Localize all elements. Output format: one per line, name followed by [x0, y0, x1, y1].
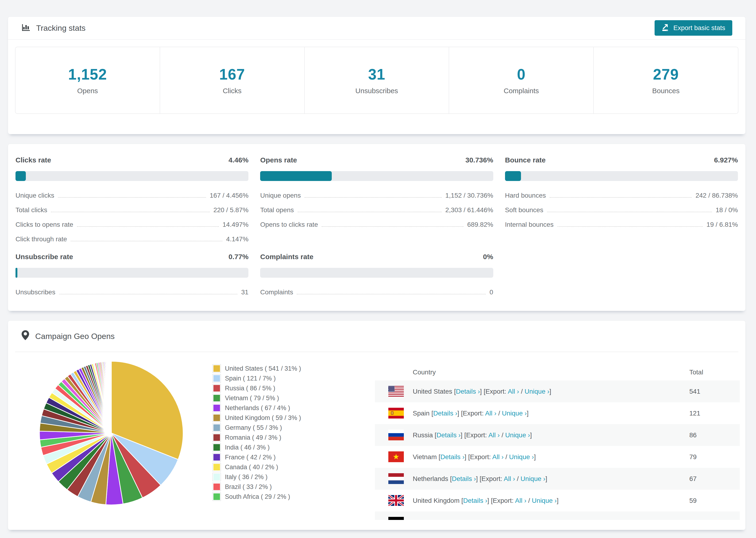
- export-link[interactable]: Details ›: [436, 431, 460, 439]
- progress-bar-fill: [16, 171, 26, 181]
- rate-row: Unique clicks167 / 4.456%: [16, 192, 248, 199]
- export-link[interactable]: All ›: [492, 453, 504, 460]
- rate-title: Bounce rate: [505, 156, 546, 164]
- export-link[interactable]: Unique ›: [520, 475, 545, 482]
- slash-text: /: [504, 453, 509, 460]
- country-name: Netherlands [: [413, 475, 452, 482]
- export-link[interactable]: Unique ›: [524, 388, 549, 395]
- legend-item-canada: Canada ( 40 / 2% ): [213, 462, 301, 472]
- rate-row-value: 2,303 / 61.446%: [445, 206, 493, 214]
- stat-value: 1,152: [68, 66, 107, 83]
- legend-label: Netherlands ( 67 / 4% ): [225, 404, 290, 412]
- stat-label: Bounces: [652, 87, 680, 95]
- rate-row-label: Total opens: [260, 206, 294, 214]
- rate-row: Unsubscribes31: [16, 289, 248, 296]
- bracket-text: ]: [545, 475, 547, 482]
- rate-head: Clicks rate4.46%: [16, 156, 248, 164]
- rate-rows: Complaints0: [260, 289, 493, 296]
- rate-row-label: Total clicks: [16, 206, 47, 214]
- country-name: United Kingdom [: [413, 497, 463, 504]
- tracking-stats-title: Tracking stats: [21, 22, 85, 33]
- export-link[interactable]: Details ›: [463, 497, 487, 504]
- rate-row: Total opens2,303 / 61.446%: [260, 206, 493, 214]
- rate-row: Soft bounces18 / 0%: [505, 206, 738, 214]
- legend-item-united-states: United States ( 541 / 31% ): [213, 364, 301, 373]
- rate-title: Clicks rate: [16, 156, 51, 164]
- rate-row-label: Clicks to opens rate: [16, 221, 73, 228]
- rate-row-value: 689.82%: [467, 221, 493, 228]
- export-link[interactable]: Details ›: [433, 409, 458, 417]
- table-row-ru: Russia [Details ›] [Export: All › / Uniq…: [375, 424, 740, 446]
- export-link[interactable]: Details ›: [456, 388, 480, 395]
- country-name: Spain [: [413, 409, 433, 417]
- legend-label: Italy ( 36 / 2% ): [225, 473, 268, 481]
- stat-value: 31: [368, 66, 385, 83]
- rate-row-label: Opens to clicks rate: [260, 221, 318, 228]
- flag-icon-us: [388, 386, 404, 397]
- rate-rows: Unique clicks167 / 4.456%Total clicks220…: [16, 192, 248, 243]
- export-link[interactable]: Unique ›: [532, 497, 557, 504]
- flag-icon-ru: [388, 430, 404, 440]
- tracking-stats-header: Tracking stats Export basic stats: [8, 17, 745, 40]
- legend-swatch: [213, 384, 221, 392]
- rate-row-label: Click through rate: [16, 236, 67, 243]
- progress-bar-fill: [260, 171, 332, 181]
- rate-row-value: 18 / 0%: [716, 206, 738, 214]
- rate-rows: Hard bounces242 / 86.738%Soft bounces18 …: [505, 192, 738, 228]
- table-row-partial: [375, 511, 740, 520]
- country-name: Vietnam [: [413, 453, 441, 460]
- country-cell: Russia [Details ›] [Export: All › / Uniq…: [375, 431, 689, 439]
- total-cell: 541: [689, 388, 740, 395]
- legend-label: France ( 42 / 2% ): [225, 454, 276, 461]
- rate-head: Complaints rate0%: [260, 253, 493, 261]
- bracket-text: ]: [549, 388, 551, 395]
- country-cell: United States [Details ›] [Export: All ›…: [375, 388, 689, 395]
- export-link[interactable]: Unique ›: [509, 453, 534, 460]
- export-link[interactable]: Details ›: [452, 475, 476, 482]
- geo-header: Campaign Geo Opens: [8, 321, 745, 351]
- summary-stats-group: 1,152Opens167Clicks31Unsubscribes0Compla…: [15, 47, 738, 114]
- dotted-leader: [550, 197, 692, 198]
- table-row-us: United States [Details ›] [Export: All ›…: [375, 381, 740, 402]
- dotted-leader: [304, 197, 442, 198]
- total-cell: 79: [689, 453, 740, 461]
- rate-row: Opens to clicks rate689.82%: [260, 221, 493, 228]
- export-link[interactable]: All ›: [515, 497, 526, 504]
- flag-icon-de: [388, 517, 404, 520]
- bracket-text: ] [Export:: [460, 431, 488, 439]
- rate-row: Total clicks220 / 5.87%: [16, 206, 248, 214]
- rate-row-value: 167 / 4.456%: [210, 192, 248, 199]
- legend-label: United Kingdom ( 59 / 3% ): [225, 414, 301, 422]
- export-link[interactable]: Unique ›: [505, 431, 530, 439]
- export-link[interactable]: All ›: [485, 409, 496, 417]
- table-row-nl: Netherlands [Details ›] [Export: All › /…: [375, 468, 740, 490]
- country-cell: United Kingdom [Details ›] [Export: All …: [375, 497, 689, 505]
- legend-swatch: [213, 414, 221, 422]
- export-link[interactable]: All ›: [488, 431, 500, 439]
- legend-swatch: [213, 483, 221, 491]
- flag-icon-nl: [388, 473, 404, 484]
- table-row-es: Spain [Details ›] [Export: All › / Uniqu…: [375, 402, 740, 424]
- pie-legend: United States ( 541 / 31% )Spain ( 121 /…: [213, 364, 301, 502]
- export-link[interactable]: Unique ›: [502, 409, 527, 417]
- legend-item-romania: Romania ( 49 / 3% ): [213, 433, 301, 443]
- bracket-text: ]: [527, 409, 529, 417]
- legend-swatch: [213, 404, 221, 412]
- stat-card-unsubscribes: 31Unsubscribes: [305, 47, 449, 113]
- export-link[interactable]: All ›: [504, 475, 515, 482]
- export-basic-stats-button[interactable]: Export basic stats: [655, 20, 732, 36]
- export-link[interactable]: All ›: [508, 388, 519, 395]
- legend-item-france: France ( 42 / 2% ): [213, 452, 301, 462]
- export-link[interactable]: Details ›: [441, 453, 465, 460]
- bracket-text: ]: [534, 453, 536, 460]
- export-button-label: Export basic stats: [674, 24, 725, 32]
- total-cell: 59: [689, 497, 740, 505]
- legend-label: Canada ( 40 / 2% ): [225, 463, 278, 471]
- rate-rows: Unique opens1,152 / 30.736%Total opens2,…: [260, 192, 493, 228]
- tracking-stats-page: Tracking stats Export basic stats: [0, 0, 756, 538]
- total-cell: 67: [689, 475, 740, 483]
- column-header-total: Total: [689, 368, 740, 376]
- bracket-text: ] [Export:: [480, 388, 508, 395]
- dotted-leader: [58, 197, 206, 198]
- progress-bar-fill: [505, 171, 521, 181]
